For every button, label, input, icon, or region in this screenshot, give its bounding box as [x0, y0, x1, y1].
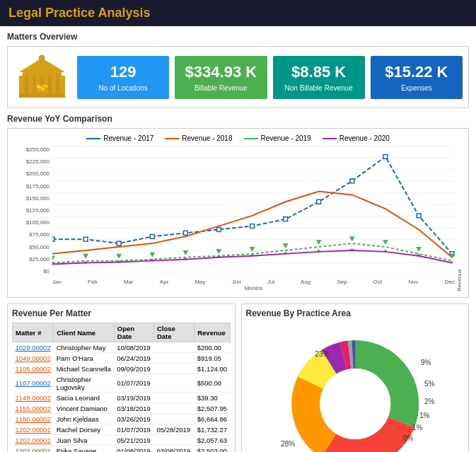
- table-row: 1203.00001 Erika Savage 01/08/2019 03/08…: [13, 446, 231, 453]
- svg-marker-46: [383, 240, 388, 245]
- svg-rect-29: [250, 224, 255, 228]
- cell-open: 03/26/2019: [114, 414, 153, 424]
- donut-chart-svg: 23% 9% 5% 2% 1% 1% 0% 28% 31%: [246, 323, 465, 452]
- cell-client: Pam O'Hara: [54, 353, 115, 364]
- svg-text:+: +: [83, 258, 88, 266]
- svg-rect-33: [383, 155, 388, 159]
- cell-open: 01/07/2019: [114, 374, 153, 393]
- x-sep: Sep: [337, 279, 347, 285]
- svg-text:+: +: [217, 253, 221, 260]
- label-1pct-1: 1%: [419, 412, 430, 419]
- cell-revenue: $6,664.86: [195, 414, 230, 424]
- cell-close: [153, 342, 194, 353]
- cell-open: 05/21/2019: [114, 435, 153, 446]
- svg-rect-23: [52, 237, 54, 241]
- y-axis-50k: $50,000: [29, 244, 50, 250]
- x-jan: Jan: [52, 279, 62, 285]
- svg-text:+: +: [317, 247, 321, 255]
- revenue-yoy-panel: Revenue - 2017 Revenue - 2018 Revenue - …: [7, 128, 469, 298]
- cell-revenue: $2,057.63: [195, 435, 230, 446]
- x-feb: Feb: [88, 279, 98, 285]
- x-axis-label: Months: [52, 285, 455, 291]
- cell-matter[interactable]: 1049.00002: [13, 353, 54, 364]
- label-2pct: 2%: [424, 398, 435, 405]
- cell-client: John Kjeldaas: [54, 414, 115, 424]
- table-row: 1107.00002 Christopher Lugovsky 01/07/20…: [13, 374, 231, 393]
- stat-non-billable-label: Non Billable Revenue: [279, 84, 359, 92]
- y-axis-125k: $125,000: [26, 207, 50, 214]
- cell-matter[interactable]: 1202.00002: [13, 435, 54, 446]
- cell-revenue: $200.00: [195, 342, 230, 353]
- revenue-by-area-title: Revenue By Practice Area: [246, 308, 465, 318]
- stat-locations-value: 129: [83, 63, 163, 81]
- revenue-by-area-panel: Revenue By Practice Area: [241, 303, 470, 452]
- cell-client: Michael Scannella: [54, 364, 115, 374]
- y-axis-label: Revenue: [456, 145, 463, 291]
- stat-billable: $334.93 K Billable Revenue: [175, 56, 267, 99]
- courthouse-icon: 🤝: [13, 52, 70, 102]
- cell-revenue: $2,503.00: [195, 446, 230, 453]
- cell-matter[interactable]: 1149.00002: [13, 393, 54, 403]
- cell-close: [153, 403, 194, 414]
- revenue-per-matter-panel: Revenue Per Matter Matter # Client Name …: [7, 303, 236, 452]
- y-axis-225k: $225,000: [26, 158, 50, 165]
- table-row: 1149.00002 Sacia Leonard 03/19/2019 $39.…: [13, 393, 231, 403]
- svg-rect-34: [417, 214, 421, 218]
- svg-text:+: +: [250, 251, 255, 259]
- bottom-section: Revenue Per Matter Matter # Client Name …: [7, 303, 469, 452]
- svg-marker-44: [316, 240, 322, 245]
- y-axis-0: $0: [43, 268, 50, 274]
- cell-revenue: $919.05: [195, 353, 230, 364]
- svg-text:+: +: [450, 258, 454, 266]
- legend-2019-label: Revenue - 2019: [261, 134, 311, 142]
- svg-text:+: +: [117, 257, 121, 265]
- cell-matter[interactable]: 1105.00002: [13, 364, 54, 374]
- table-row: 1202.00002 Juan Silva 05/21/2019 $2,057.…: [13, 435, 231, 446]
- svg-rect-26: [150, 234, 154, 238]
- cell-client: Erika Savage: [54, 446, 115, 453]
- cell-matter[interactable]: 1202.00001: [13, 424, 54, 435]
- svg-text:+: +: [52, 259, 54, 267]
- cell-matter[interactable]: 1203.00001: [13, 446, 54, 453]
- stat-expenses-value: $15.22 K: [376, 63, 457, 81]
- cell-client: Rachel Dorsey: [54, 424, 115, 435]
- page-title: Legal Practice Analysis: [8, 6, 468, 21]
- cell-client: Sacia Leonard: [54, 393, 115, 403]
- cell-matter[interactable]: 1029.00002: [13, 342, 54, 353]
- cell-close: 03/08/2019: [153, 446, 194, 453]
- line-2017: [52, 156, 452, 253]
- stat-non-billable: $8.85 K Non Billable Revenue: [273, 56, 365, 99]
- cell-close: 05/28/2019: [153, 424, 194, 435]
- cell-matter[interactable]: 1180.00002: [13, 414, 54, 424]
- legend-2019: Revenue - 2019: [244, 134, 311, 142]
- cell-open: 01/08/2019: [114, 446, 153, 453]
- cell-client: Christopher Lugovsky: [54, 374, 115, 393]
- label-1pct-2: 1%: [412, 424, 423, 431]
- stat-billable-label: Billable Revenue: [180, 84, 261, 92]
- table-row: 1155.00002 Vincent Damiano 03/18/2019 $2…: [13, 403, 231, 414]
- table-row: 1180.00002 John Kjeldaas 03/26/2019 $6,6…: [13, 414, 231, 424]
- stat-expenses-label: Expenses: [376, 84, 457, 92]
- label-5pct: 5%: [424, 380, 435, 388]
- cell-matter[interactable]: 1107.00002: [13, 374, 54, 393]
- col-open: Open Date: [114, 323, 153, 342]
- col-matter: Matter #: [13, 323, 54, 342]
- y-axis-250k: $250,000: [26, 146, 50, 153]
- y-axis-75k: $75,000: [29, 231, 50, 238]
- app-header: Legal Practice Analysis: [0, 0, 476, 26]
- legend-2018-label: Revenue - 2018: [182, 134, 232, 142]
- legend-2017-label: Revenue - 2017: [103, 134, 153, 142]
- matters-overview-panel: 🤝 129 No of Locations $334.93 K Billable…: [7, 46, 469, 108]
- svg-rect-28: [217, 228, 221, 232]
- label-23pct: 23%: [315, 350, 329, 358]
- legend-2020-label: Revenue - 2020: [339, 134, 390, 142]
- col-close: Close Date: [153, 323, 194, 342]
- stat-billable-value: $334.93 K: [180, 63, 261, 81]
- revenue-yoy-title: Revenue YoY Comparison: [7, 114, 469, 124]
- legend-2017: Revenue - 2017: [86, 134, 153, 142]
- cell-matter[interactable]: 1155.00002: [13, 403, 54, 414]
- cell-open: 01/07/2019: [114, 424, 153, 435]
- donut-chart-container: 23% 9% 5% 2% 1% 1% 0% 28% 31% Probate: [246, 323, 465, 452]
- cell-client: Vincent Damiano: [54, 403, 115, 414]
- cell-close: [153, 393, 194, 403]
